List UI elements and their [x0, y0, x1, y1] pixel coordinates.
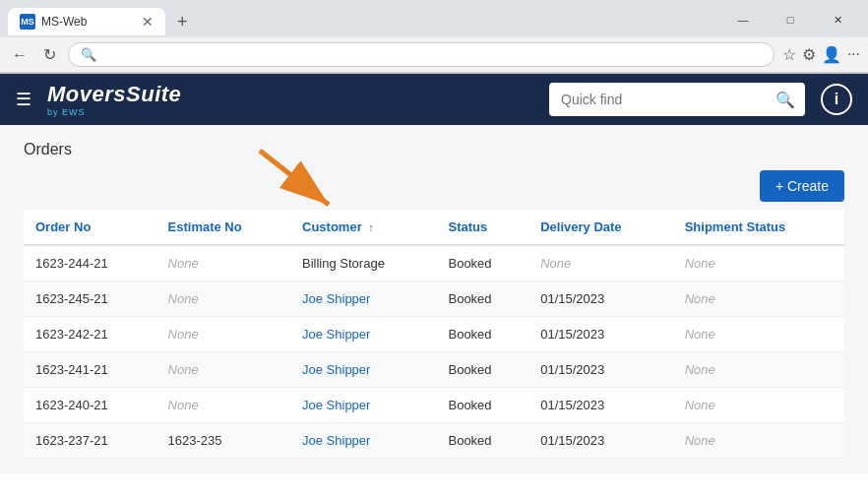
quick-find-container: 🔍 — [549, 83, 805, 116]
cell-status: Booked — [436, 317, 528, 352]
cell-shipment-status: None — [673, 245, 844, 281]
app-header: ☰ MoversSuite by EWS 🔍 i — [0, 74, 868, 125]
close-button[interactable]: ✕ — [815, 6, 860, 33]
cell-customer[interactable]: Joe Shipper — [290, 423, 436, 459]
window-controls: — □ ✕ — [720, 6, 860, 37]
cell-order-no: 1623-242-21 — [24, 317, 156, 352]
cell-order-no: 1623-240-21 — [24, 388, 156, 423]
toolbar: + Create — [24, 170, 844, 202]
cell-customer[interactable]: Joe Shipper — [290, 281, 436, 317]
search-input[interactable] — [549, 86, 766, 113]
col-order-no[interactable]: Order No — [24, 210, 156, 245]
tab-close-button[interactable]: ✕ — [142, 14, 154, 30]
cell-order-no: 1623-245-21 — [24, 281, 156, 317]
orders-table: Order No Estimate No Customer ↑ Status D… — [24, 210, 844, 459]
cell-estimate-no: None — [156, 352, 290, 388]
logo-area: MoversSuite by EWS — [47, 82, 181, 117]
cell-status: Booked — [436, 352, 528, 388]
cell-estimate-no: 1623-235 — [156, 423, 290, 459]
cell-shipment-status: None — [673, 281, 844, 317]
cell-customer[interactable]: Joe Shipper — [290, 352, 436, 388]
cell-customer: Billing Storage — [290, 245, 436, 281]
cell-customer[interactable]: Joe Shipper — [290, 317, 436, 352]
nav-icons: ☆ ⚙ 👤 ··· — [782, 45, 860, 64]
sort-arrow-customer: ↑ — [368, 221, 374, 233]
cell-estimate-no: None — [156, 245, 290, 281]
col-delivery-date[interactable]: Delivery Date — [528, 210, 672, 245]
table-row: 1623-244-21 None Billing Storage Booked … — [24, 245, 844, 281]
cell-status: Booked — [436, 281, 528, 317]
cell-status: Booked — [436, 423, 528, 459]
table-row: 1623-242-21 None Joe Shipper Booked 01/1… — [24, 317, 844, 352]
tab-favicon: MS — [20, 14, 35, 30]
cell-delivery-date: 01/15/2023 — [528, 423, 672, 459]
cell-delivery-date: 01/15/2023 — [528, 281, 672, 317]
cell-delivery-date: 01/15/2023 — [528, 388, 672, 423]
main-content: Orders + Create Order No Estimate No Cus… — [0, 125, 868, 474]
search-button[interactable]: 🔍 — [766, 85, 805, 115]
cell-order-no: 1623-244-21 — [24, 245, 156, 281]
refresh-button[interactable]: ↻ — [39, 41, 60, 68]
minimize-button[interactable]: — — [720, 6, 766, 33]
table-row: 1623-241-21 None Joe Shipper Booked 01/1… — [24, 352, 844, 388]
profile-icon[interactable]: 👤 — [822, 45, 841, 64]
cell-estimate-no: None — [156, 388, 290, 423]
cell-shipment-status: None — [673, 352, 844, 388]
orders-table-wrapper: Order No Estimate No Customer ↑ Status D… — [24, 210, 844, 459]
table-header-row: Order No Estimate No Customer ↑ Status D… — [24, 210, 844, 245]
table-row: 1623-240-21 None Joe Shipper Booked 01/1… — [24, 388, 844, 423]
cell-delivery-date: None — [528, 245, 672, 281]
cell-estimate-no: None — [156, 281, 290, 317]
cell-delivery-date: 01/15/2023 — [528, 352, 672, 388]
table-body: 1623-244-21 None Billing Storage Booked … — [24, 245, 844, 459]
nav-bar: ← ↻ 🔍 ☆ ⚙ 👤 ··· — [0, 37, 868, 73]
page-title: Orders — [24, 141, 844, 158]
cell-delivery-date: 01/15/2023 — [528, 317, 672, 352]
table-row: 1623-237-21 1623-235 Joe Shipper Booked … — [24, 423, 844, 459]
cell-shipment-status: None — [673, 388, 844, 423]
cell-shipment-status: None — [673, 317, 844, 352]
cell-customer[interactable]: Joe Shipper — [290, 388, 436, 423]
search-icon: 🔍 — [81, 47, 96, 62]
browser-tab[interactable]: MS MS-Web ✕ — [8, 8, 165, 35]
cell-order-no: 1623-237-21 — [24, 423, 156, 459]
create-button[interactable]: + Create — [760, 170, 844, 202]
cell-shipment-status: None — [673, 423, 844, 459]
back-button[interactable]: ← — [8, 42, 31, 68]
col-status[interactable]: Status — [436, 210, 528, 245]
logo-sub: by EWS — [47, 107, 181, 117]
cell-status: Booked — [436, 388, 528, 423]
col-estimate-no[interactable]: Estimate No — [156, 210, 290, 245]
more-icon[interactable]: ··· — [847, 45, 860, 64]
col-customer[interactable]: Customer ↑ — [290, 210, 436, 245]
cell-status: Booked — [436, 245, 528, 281]
cell-order-no: 1623-241-21 — [24, 352, 156, 388]
maximize-button[interactable]: □ — [768, 6, 813, 33]
col-shipment-status[interactable]: Shipment Status — [673, 210, 844, 245]
new-tab-button[interactable]: + — [169, 8, 196, 36]
logo-text: MoversSuite — [47, 82, 181, 107]
tab-title: MS-Web — [41, 15, 87, 29]
extensions-icon[interactable]: ⚙ — [802, 45, 816, 64]
favorites-icon[interactable]: ☆ — [782, 45, 796, 64]
cell-estimate-no: None — [156, 317, 290, 352]
address-bar[interactable]: 🔍 — [68, 42, 775, 67]
table-row: 1623-245-21 None Joe Shipper Booked 01/1… — [24, 281, 844, 317]
info-button[interactable]: i — [821, 84, 852, 115]
hamburger-menu[interactable]: ☰ — [16, 89, 31, 110]
